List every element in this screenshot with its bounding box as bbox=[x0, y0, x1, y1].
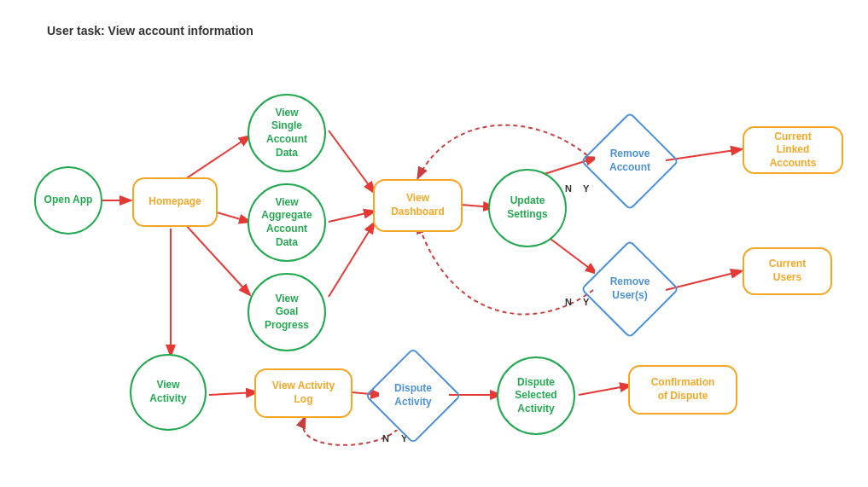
dispute-activity-node: DisputeActivity bbox=[379, 362, 447, 430]
confirmation-of-dispute-node: Confirmationof Dispute bbox=[628, 365, 737, 415]
label-n-remove-account: N bbox=[565, 183, 572, 194]
current-users-label: CurrentUsers bbox=[769, 258, 806, 284]
svg-line-13 bbox=[209, 392, 256, 395]
homepage-label: Homepage bbox=[149, 195, 201, 209]
view-aggregate-node: ViewAggregateAccountData bbox=[248, 183, 326, 262]
svg-line-5 bbox=[329, 212, 374, 222]
confirmation-of-dispute-label: Confirmationof Dispute bbox=[651, 376, 715, 403]
dispute-activity-label: DisputeActivity bbox=[394, 382, 432, 409]
svg-line-6 bbox=[329, 223, 374, 297]
label-y-remove-account: Y bbox=[583, 183, 589, 194]
open-app-node: Open App bbox=[34, 166, 102, 235]
view-dashboard-node: ViewDashboard bbox=[373, 179, 463, 232]
page-title: User task: View account information bbox=[47, 24, 253, 38]
open-app-label: Open App bbox=[44, 194, 93, 207]
view-aggregate-label: ViewAggregateAccountData bbox=[261, 196, 312, 249]
view-goal-label: ViewGoalProgress bbox=[265, 293, 309, 333]
update-settings-node: UpdateSettings bbox=[488, 169, 567, 247]
view-goal-node: ViewGoalProgress bbox=[248, 273, 326, 351]
title-prefix: User task: bbox=[47, 24, 105, 38]
svg-line-4 bbox=[329, 130, 374, 192]
view-single-account-node: ViewSingleAccountData bbox=[248, 94, 326, 172]
dispute-selected-activity-node: DisputeSelectedActivity bbox=[497, 357, 575, 435]
label-n-remove-users: N bbox=[565, 297, 572, 307]
view-activity-log-label: View ActivityLog bbox=[272, 380, 335, 406]
view-activity-log-node: View ActivityLog bbox=[254, 368, 352, 418]
diagram-container: User task: View account information bbox=[0, 0, 868, 487]
title-text: View account information bbox=[105, 24, 253, 38]
remove-account-node: RemoveAccount bbox=[595, 126, 665, 196]
homepage-node: Homepage bbox=[132, 177, 218, 227]
label-y-remove-users: Y bbox=[583, 297, 589, 307]
view-single-account-label: ViewSingleAccountData bbox=[266, 107, 307, 159]
remove-account-label: RemoveAccount bbox=[609, 148, 650, 174]
view-activity-label: ViewActivity bbox=[149, 379, 186, 405]
svg-line-16 bbox=[579, 386, 630, 395]
current-linked-accounts-node: CurrentLinkedAccounts bbox=[743, 126, 843, 174]
view-activity-node: ViewActivity bbox=[130, 354, 207, 431]
view-dashboard-label: ViewDashboard bbox=[391, 192, 445, 218]
label-n-dispute: N bbox=[382, 433, 389, 444]
update-settings-label: UpdateSettings bbox=[507, 194, 547, 221]
dispute-selected-activity-label: DisputeSelectedActivity bbox=[515, 376, 556, 416]
current-linked-accounts-label: CurrentLinkedAccounts bbox=[770, 130, 817, 171]
remove-users-label: RemoveUser(s) bbox=[610, 275, 650, 302]
current-users-node: CurrentUsers bbox=[743, 247, 832, 295]
remove-users-node: RemoveUser(s) bbox=[595, 254, 665, 324]
